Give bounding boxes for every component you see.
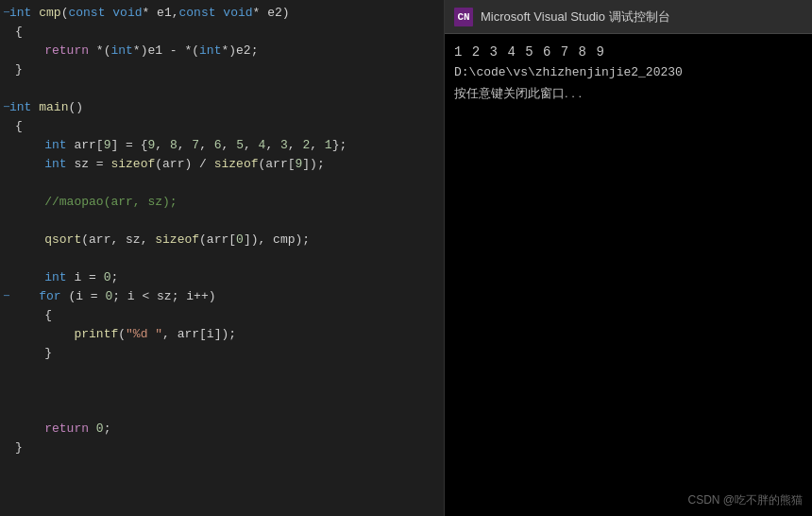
console-panel: CN Microsoft Visual Studio 调试控制台 1 2 3 4… xyxy=(444,0,812,516)
code-text: int main() xyxy=(9,98,444,117)
code-content: ─ int cmp(const void* e1,const void* e2)… xyxy=(0,0,444,461)
code-text: int sz = sizeof(arr) / sizeof(arr[9]); xyxy=(15,155,444,174)
code-line: ─ for (i = 0; i < sz; i++) xyxy=(0,287,444,306)
console-title: Microsoft Visual Studio 调试控制台 xyxy=(481,9,670,26)
code-line xyxy=(0,249,444,268)
code-text: qsort(arr, sz, sizeof(arr[0]), cmp); xyxy=(15,231,444,249)
console-output-line3: 按任意键关闭此窗口. . . xyxy=(454,83,803,104)
code-line: return 0; xyxy=(0,420,444,439)
code-line xyxy=(0,79,444,98)
code-text: printf("%d ", arr[i]); xyxy=(15,325,444,344)
code-text xyxy=(15,382,444,401)
code-line xyxy=(0,401,444,420)
code-line: } xyxy=(0,439,444,457)
code-line: } xyxy=(0,344,444,363)
console-output-line1: 1 2 3 4 5 6 7 8 9 xyxy=(454,42,803,62)
code-text: int cmp(const void* e1,const void* e2) xyxy=(9,4,444,23)
code-line: { xyxy=(0,117,444,136)
code-text: for (i = 0; i < sz; i++) xyxy=(9,287,444,306)
code-line: ─ int main() xyxy=(0,98,444,117)
code-text: return *(int*)e1 - *(int*)e2; xyxy=(15,42,444,60)
code-line xyxy=(0,212,444,231)
code-text: return 0; xyxy=(15,420,444,439)
code-line: { xyxy=(0,306,444,325)
code-line xyxy=(0,382,444,401)
code-line: //maopao(arr, sz); xyxy=(0,193,444,212)
console-titlebar: CN Microsoft Visual Studio 调试控制台 xyxy=(445,0,812,34)
code-text xyxy=(15,79,444,98)
code-line: ─ int cmp(const void* e1,const void* e2) xyxy=(0,4,444,23)
code-text: } xyxy=(15,439,444,457)
code-line: qsort(arr, sz, sizeof(arr[0]), cmp); xyxy=(0,231,444,249)
code-text: } xyxy=(15,60,444,79)
console-output-line2: D:\code\vs\zhizhenjinjie2_20230 xyxy=(454,62,803,83)
code-text xyxy=(15,249,444,268)
code-line xyxy=(0,363,444,382)
console-output: 1 2 3 4 5 6 7 8 9 D:\code\vs\zhizhenjinj… xyxy=(445,34,812,489)
code-text: { xyxy=(15,23,444,42)
code-text: { xyxy=(15,117,444,136)
code-line: int i = 0; xyxy=(0,268,444,287)
code-line: return *(int*)e1 - *(int*)e2; xyxy=(0,42,444,60)
code-text: { xyxy=(15,306,444,325)
code-line: int arr[9] = {9, 8, 7, 6, 5, 4, 3, 2, 1}… xyxy=(0,136,444,155)
code-line xyxy=(0,174,444,193)
code-line: } xyxy=(0,60,444,79)
code-line: int sz = sizeof(arr) / sizeof(arr[9]); xyxy=(0,155,444,174)
vs-icon: CN xyxy=(454,8,473,26)
watermark-text: CSDN @吃不胖的熊猫 xyxy=(687,493,803,507)
console-footer: CSDN @吃不胖的熊猫 xyxy=(445,489,812,516)
code-text: int i = 0; xyxy=(15,268,444,287)
code-text xyxy=(15,174,444,193)
code-editor: ─ int cmp(const void* e1,const void* e2)… xyxy=(0,0,444,516)
code-text xyxy=(15,401,444,420)
code-text: int arr[9] = {9, 8, 7, 6, 5, 4, 3, 2, 1}… xyxy=(15,136,444,155)
code-line: { xyxy=(0,23,444,42)
code-line: printf("%d ", arr[i]); xyxy=(0,325,444,344)
code-text xyxy=(15,212,444,231)
code-text: //maopao(arr, sz); xyxy=(15,193,444,212)
code-text xyxy=(15,363,444,382)
code-text: } xyxy=(15,344,444,363)
